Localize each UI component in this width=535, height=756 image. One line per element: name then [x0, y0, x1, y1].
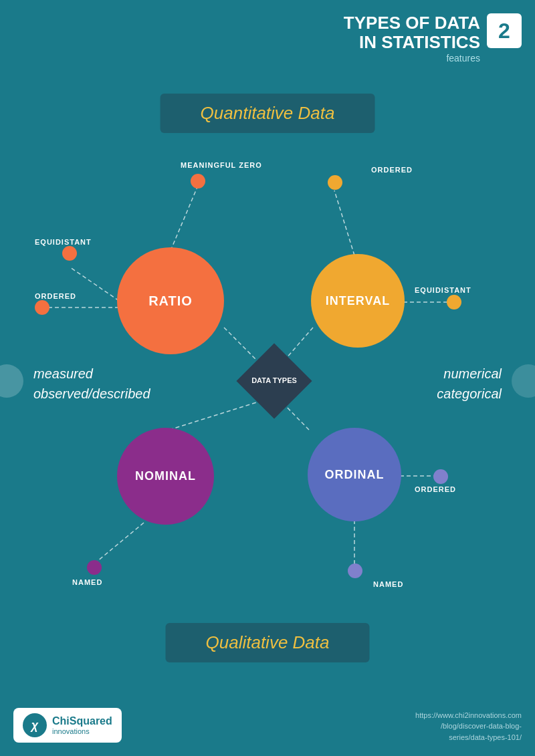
label-categorical: categorical [437, 386, 502, 402]
interval-equidistant-dot [447, 295, 461, 309]
interval-ordered-dot [328, 175, 342, 190]
svg-line-0 [171, 187, 197, 251]
logo-icon: χ [23, 713, 47, 737]
nominal-named-label: NAMED [72, 578, 102, 586]
ordinal-ordered-dot [433, 469, 448, 484]
ratio-meaningful-zero-label: MEANINGFUL ZERO [181, 160, 262, 170]
footer-logo: χ ChiSquared innovations [13, 708, 122, 743]
label-measured: measured [33, 366, 93, 382]
interval-ordered-label: ORDERED [371, 166, 413, 174]
header: TYPES OF DATA IN STATISTICS features 2 [344, 13, 522, 64]
qualitative-banner: Qualitative Data [166, 623, 370, 662]
quantitative-banner: Quantitative Data [160, 94, 375, 133]
nominal-circle: NOMINAL [117, 428, 214, 525]
svg-line-8 [97, 523, 144, 561]
footer-url: https://www.chi2innovations.com /blog/di… [415, 710, 522, 743]
svg-line-1 [70, 267, 119, 301]
ratio-ordered-label: ORDERED [35, 292, 76, 300]
ordinal-named-dot [348, 563, 362, 578]
ordinal-ordered-label: ORDERED [415, 485, 456, 493]
label-numerical: numerical [443, 366, 502, 382]
ordinal-circle: ORDINAL [308, 428, 401, 521]
ratio-equidistant-label: EQUIDISTANT [35, 238, 92, 246]
svg-line-4 [334, 191, 354, 255]
interval-circle: INTERVAL [311, 254, 405, 348]
header-text: TYPES OF DATA IN STATISTICS features [344, 13, 480, 64]
label-observed: observed/described [33, 386, 150, 402]
ratio-equidistant-dot [62, 246, 77, 261]
right-side-indicator [512, 364, 535, 398]
ratio-circle: RATIO [117, 247, 224, 354]
ratio-ordered-dot [35, 300, 49, 315]
header-subtitle: features [344, 53, 480, 64]
header-badge: 2 [487, 13, 522, 48]
header-title: TYPES OF DATA IN STATISTICS [344, 13, 480, 51]
left-side-indicator [0, 364, 23, 398]
interval-equidistant-label: EQUIDISTANT [415, 286, 471, 294]
logo-text: ChiSquared innovations [52, 715, 112, 735]
ratio-meaningful-zero-dot [191, 174, 205, 188]
ordinal-named-label: NAMED [373, 580, 403, 588]
center-diamond-label: DATA TYPES [247, 354, 301, 408]
nominal-named-dot [87, 560, 102, 575]
